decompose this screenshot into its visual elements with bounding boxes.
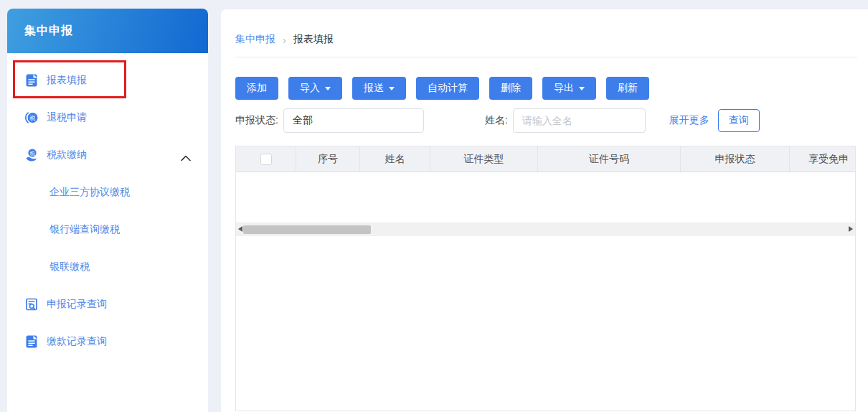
breadcrumb-root-link[interactable]: 集中申报 bbox=[235, 33, 275, 46]
document-filled-icon bbox=[24, 73, 39, 88]
sidebar-item-label: 退税申请 bbox=[47, 111, 87, 124]
scroll-left-arrow-icon[interactable] bbox=[238, 226, 242, 232]
table-footer-empty bbox=[236, 236, 855, 411]
table-header-exempt: 享受免申 bbox=[790, 146, 855, 172]
document-filled-icon bbox=[24, 334, 39, 349]
horizontal-scrollbar[interactable] bbox=[236, 223, 855, 236]
button-label: 刷新 bbox=[618, 82, 638, 95]
table-header-declaration-status: 申报状态 bbox=[681, 146, 790, 172]
button-label: 导出 bbox=[554, 82, 574, 95]
table-header-id-type: 证件类型 bbox=[430, 146, 538, 172]
caret-down-icon bbox=[325, 87, 331, 90]
sidebar-item-tax-payment[interactable]: 税 税款缴纳 bbox=[7, 136, 208, 174]
sidebar-item-label: 缴款记录查询 bbox=[47, 335, 107, 348]
sidebar-item-report-filling[interactable]: 报表填报 bbox=[7, 62, 208, 99]
auto-calculate-button[interactable]: 自动计算 bbox=[416, 77, 479, 100]
filter-bar: 申报状态: 姓名: 展开更多 查询 bbox=[235, 108, 856, 133]
add-button[interactable]: 添加 bbox=[235, 77, 278, 100]
caret-down-icon bbox=[389, 87, 395, 90]
submit-dropdown-button[interactable]: 报送 bbox=[352, 77, 406, 100]
sidebar-item-label: 申报记录查询 bbox=[47, 298, 107, 311]
document-search-icon bbox=[24, 297, 39, 312]
scroll-right-arrow-icon[interactable] bbox=[849, 226, 853, 232]
toolbar: 添加 导入 报送 自动计算 删除 导出 刷新 bbox=[235, 77, 856, 100]
sidebar-subitem-unionpay[interactable]: 银联缴税 bbox=[7, 248, 208, 286]
sidebar-item-tax-refund[interactable]: 税 退税申请 bbox=[7, 99, 208, 136]
caret-down-icon bbox=[579, 87, 585, 90]
sidebar-item-label: 税款缴纳 bbox=[47, 149, 181, 161]
sidebar-nav: 报表填报 税 退税申请 税 bbox=[7, 53, 208, 360]
scrollbar-thumb[interactable] bbox=[243, 225, 371, 234]
export-dropdown-button[interactable]: 导出 bbox=[542, 77, 596, 100]
tax-refund-icon: 税 bbox=[24, 111, 39, 125]
expand-more-link[interactable]: 展开更多 bbox=[669, 114, 709, 127]
select-all-checkbox[interactable] bbox=[260, 154, 272, 165]
name-filter-input[interactable] bbox=[513, 108, 646, 133]
sidebar-subitem-label: 银行端查询缴税 bbox=[49, 223, 120, 236]
main-panel: 集中申报 › 报表填报 添加 导入 报送 自动计算 删除 bbox=[221, 9, 868, 412]
sidebar-subitem-label: 银联缴税 bbox=[49, 261, 90, 273]
name-filter-label: 姓名: bbox=[485, 114, 508, 127]
button-label: 自动计算 bbox=[428, 82, 468, 95]
table-header-checkbox-cell bbox=[236, 146, 296, 172]
button-label: 导入 bbox=[300, 82, 320, 95]
table-header-row: 序号 姓名 证件类型 证件号码 申报状态 享受免申 bbox=[236, 146, 855, 172]
button-label: 删除 bbox=[501, 82, 521, 95]
query-button[interactable]: 查询 bbox=[718, 109, 760, 132]
status-filter-select[interactable] bbox=[283, 108, 424, 133]
chevron-up-icon[interactable] bbox=[181, 152, 191, 159]
button-label: 报送 bbox=[364, 82, 384, 95]
breadcrumb-separator-icon: › bbox=[283, 34, 286, 46]
breadcrumb-current: 报表填报 bbox=[293, 33, 334, 46]
breadcrumb: 集中申报 › 报表填报 bbox=[235, 9, 856, 47]
breadcrumb-divider bbox=[235, 57, 857, 57]
sidebar-subitem-label: 企业三方协议缴税 bbox=[49, 186, 130, 199]
sidebar-item-payment-records[interactable]: 缴款记录查询 bbox=[7, 323, 208, 360]
app-screen: 集中申报 报表填报 bbox=[0, 0, 868, 412]
tax-pay-icon: 税 bbox=[24, 148, 39, 162]
sidebar-title: 集中申报 bbox=[7, 9, 208, 53]
refresh-button[interactable]: 刷新 bbox=[606, 77, 649, 100]
sidebar-subitem-bank-inquiry[interactable]: 银行端查询缴税 bbox=[7, 211, 208, 248]
svg-text:税: 税 bbox=[29, 115, 36, 121]
import-dropdown-button[interactable]: 导入 bbox=[288, 77, 342, 100]
sidebar: 集中申报 报表填报 bbox=[7, 9, 208, 412]
sidebar-subitem-tripartite-agreement[interactable]: 企业三方协议缴税 bbox=[7, 174, 208, 211]
sidebar-item-label: 报表填报 bbox=[47, 74, 87, 87]
status-filter-label: 申报状态: bbox=[235, 114, 278, 127]
svg-text:税: 税 bbox=[30, 151, 36, 156]
sidebar-item-declaration-records[interactable]: 申报记录查询 bbox=[7, 286, 208, 323]
data-table: 序号 姓名 证件类型 证件号码 申报状态 享受免申 bbox=[235, 146, 856, 411]
table-header-name: 姓名 bbox=[360, 146, 430, 172]
button-label: 添加 bbox=[247, 82, 267, 95]
table-body-empty bbox=[236, 172, 855, 223]
table-header-serial: 序号 bbox=[296, 146, 360, 172]
table-header-id-number: 证件号码 bbox=[538, 146, 681, 172]
delete-button[interactable]: 删除 bbox=[489, 77, 532, 100]
